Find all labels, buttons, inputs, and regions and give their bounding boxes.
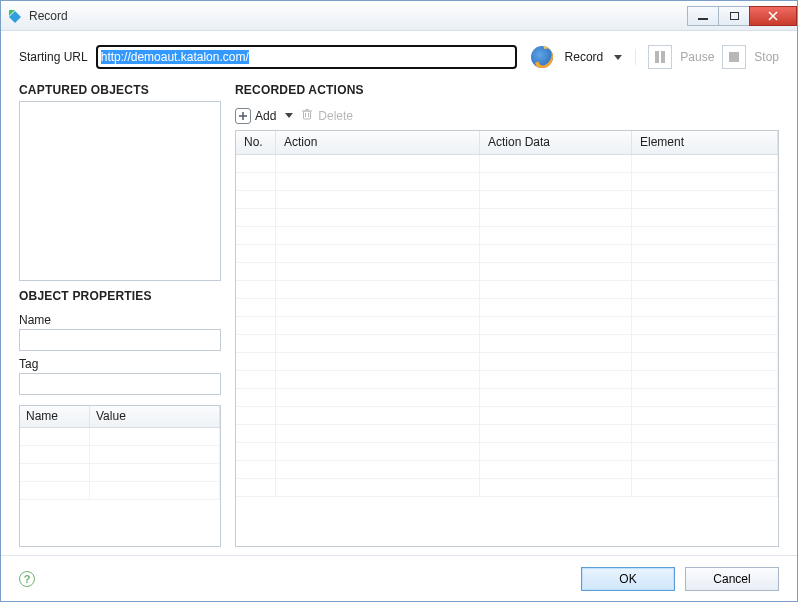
trash-icon <box>300 107 314 124</box>
property-tag-label: Tag <box>19 357 221 371</box>
titlebar: Record <box>1 1 797 31</box>
properties-table-body <box>20 428 220 546</box>
starting-url-label: Starting URL <box>19 50 88 64</box>
window-controls <box>688 6 797 26</box>
dialog-footer: ? OK Cancel <box>1 555 797 601</box>
maximize-button[interactable] <box>718 6 750 26</box>
plus-icon <box>235 108 251 124</box>
left-column: CAPTURED OBJECTS OBJECT PROPERTIES Name … <box>19 77 221 547</box>
dialog-body: CAPTURED OBJECTS OBJECT PROPERTIES Name … <box>1 77 797 555</box>
col-no[interactable]: No. <box>236 131 276 154</box>
col-action[interactable]: Action <box>276 131 480 154</box>
katalon-logo-icon <box>7 8 23 24</box>
ok-button[interactable]: OK <box>581 567 675 591</box>
separator <box>635 49 636 65</box>
pause-button[interactable] <box>648 45 672 69</box>
col-element[interactable]: Element <box>632 131 778 154</box>
delete-action-button[interactable]: Delete <box>300 107 353 124</box>
stop-button[interactable] <box>722 45 746 69</box>
firefox-icon <box>531 46 553 68</box>
cancel-button[interactable]: Cancel <box>685 567 779 591</box>
pause-label: Pause <box>680 50 714 64</box>
help-icon[interactable]: ? <box>19 571 35 587</box>
property-tag-input[interactable] <box>19 373 221 395</box>
starting-url-input[interactable] <box>96 45 517 69</box>
actions-toolbar: Add Delete <box>235 107 779 124</box>
col-action-data[interactable]: Action Data <box>480 131 632 154</box>
actions-table-body <box>236 155 778 546</box>
toolbar: Starting URL Record Pause Stop <box>1 31 797 77</box>
captured-objects-tree[interactable] <box>19 101 221 281</box>
recorded-actions-heading: RECORDED ACTIONS <box>235 83 779 97</box>
add-dropdown[interactable] <box>284 111 294 121</box>
property-name-label: Name <box>19 313 221 327</box>
delete-label: Delete <box>318 109 353 123</box>
close-button[interactable] <box>749 6 797 26</box>
stop-icon <box>729 52 739 62</box>
captured-objects-heading: CAPTURED OBJECTS <box>19 83 221 97</box>
right-column: RECORDED ACTIONS Add Delete No. Action A… <box>235 77 779 547</box>
properties-table[interactable]: Name Value <box>19 405 221 547</box>
svg-marker-7 <box>285 113 293 118</box>
window-title: Record <box>29 9 68 23</box>
stop-label: Stop <box>754 50 779 64</box>
record-button[interactable]: Record <box>565 50 604 64</box>
col-value[interactable]: Value <box>90 406 220 427</box>
col-name[interactable]: Name <box>20 406 90 427</box>
add-action-button[interactable]: Add <box>235 108 276 124</box>
pause-icon <box>655 51 665 63</box>
record-dropdown[interactable] <box>613 52 623 62</box>
svg-rect-8 <box>304 111 311 119</box>
actions-table[interactable]: No. Action Action Data Element <box>235 130 779 547</box>
actions-table-header: No. Action Action Data Element <box>236 131 778 155</box>
record-dialog: Record Starting URL Record Pause Stop CA… <box>0 0 798 602</box>
minimize-button[interactable] <box>687 6 719 26</box>
add-label: Add <box>255 109 276 123</box>
property-name-input[interactable] <box>19 329 221 351</box>
object-properties-heading: OBJECT PROPERTIES <box>19 289 221 303</box>
svg-marker-4 <box>614 55 622 60</box>
properties-table-header: Name Value <box>20 406 220 428</box>
